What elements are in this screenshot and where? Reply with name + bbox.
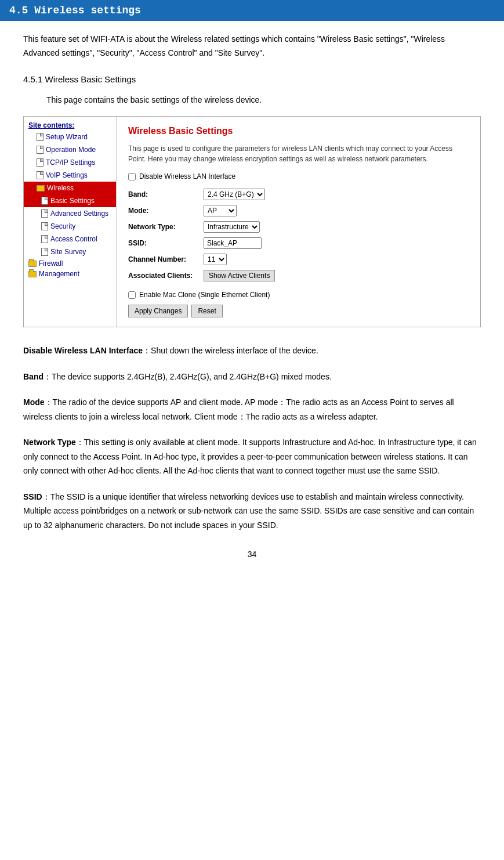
- sidebar-item-advanced-settings[interactable]: Advanced Settings: [24, 207, 116, 220]
- network-type-row: Network Type: Infrastructure Ad-hoc: [128, 219, 469, 235]
- panel-desc: This page is used to configure the param…: [128, 143, 469, 164]
- channel-row: Channel Number: 1234 5678 91011 1213: [128, 251, 469, 268]
- reset-button[interactable]: Reset: [191, 305, 222, 317]
- ssid-input[interactable]: [204, 237, 262, 249]
- section-band: Band：The device supports 2.4GHz(B), 2.4G…: [23, 370, 481, 384]
- main-content: This feature set of WIFI-ATA is about th…: [0, 21, 504, 582]
- folder-icon-firewall: [28, 261, 37, 267]
- disable-wireless-label: Disable Wireless LAN Interface: [139, 172, 235, 180]
- sidebar: Site contents: Setup Wizard Operation Mo…: [24, 117, 117, 327]
- apply-changes-button[interactable]: Apply Changes: [128, 305, 188, 317]
- sidebar-item-site-survey[interactable]: Site Survey: [24, 245, 116, 258]
- sidebar-item-access-control[interactable]: Access Control: [24, 233, 116, 245]
- subsection-title: 4.5.1 Wireless Basic Settings: [23, 74, 481, 84]
- button-row: Apply Changes Reset: [128, 305, 469, 317]
- section-disable-label: Disable Wireless LAN Interface: [23, 346, 143, 355]
- associated-value-cell: Show Active Clients: [204, 268, 469, 284]
- section-mode-label: Mode: [23, 398, 45, 407]
- show-clients-button[interactable]: Show Active Clients: [204, 270, 275, 281]
- intro-paragraph: This feature set of WIFI-ATA is about th…: [23, 32, 481, 60]
- mode-select[interactable]: AP Client: [204, 205, 237, 216]
- section-network-type-label: Network Type: [23, 438, 76, 447]
- section-network-type: Network Type：This setting is only availa…: [23, 435, 481, 478]
- page-icon-basic: [41, 197, 48, 205]
- section-band-label: Band: [23, 372, 43, 381]
- ssid-value-cell: [204, 235, 469, 251]
- page-icon: [37, 133, 43, 141]
- disable-checkbox-row: Disable Wireless LAN Interface: [128, 172, 469, 180]
- section-mode: Mode：The radio of the device supports AP…: [23, 395, 481, 424]
- section-ssid-label: SSID: [23, 492, 42, 501]
- associated-row: Associated Clients: Show Active Clients: [128, 268, 469, 284]
- sidebar-item-wireless[interactable]: Wireless: [24, 182, 116, 194]
- network-type-select[interactable]: Infrastructure Ad-hoc: [204, 221, 260, 233]
- mac-clone-row: Enable Mac Clone (Single Ethernet Client…: [128, 291, 469, 299]
- channel-label: Channel Number:: [128, 251, 204, 268]
- network-type-value-cell: Infrastructure Ad-hoc: [204, 219, 469, 235]
- page-icon-access: [41, 235, 48, 243]
- mode-value-cell: AP Client: [204, 203, 469, 219]
- mode-row: Mode: AP Client: [128, 203, 469, 219]
- folder-icon-wireless: [37, 185, 45, 191]
- mode-label: Mode:: [128, 203, 204, 219]
- sidebar-item-setup-wizard[interactable]: Setup Wizard: [24, 131, 116, 143]
- page-icon: [37, 158, 43, 167]
- form-table: Band: 2.4 GHz (B) 2.4 GHz (G) 2.4 GHz (B…: [128, 186, 469, 284]
- ssid-label: SSID:: [128, 235, 204, 251]
- network-type-label: Network Type:: [128, 219, 204, 235]
- section-disable: Disable Wireless LAN Interface：Shut down…: [23, 344, 481, 358]
- page-number: 34: [23, 550, 481, 559]
- mac-clone-checkbox[interactable]: [128, 291, 136, 299]
- channel-select[interactable]: 1234 5678 91011 1213: [204, 254, 227, 265]
- folder-icon-management: [28, 271, 37, 277]
- sidebar-item-basic-settings[interactable]: Basic Settings: [24, 194, 116, 207]
- sidebar-item-voip[interactable]: VoIP Settings: [24, 169, 116, 182]
- sidebar-header: Site contents:: [24, 119, 116, 131]
- screenshot-box: Site contents: Setup Wizard Operation Mo…: [23, 116, 481, 327]
- page-icon-advanced: [41, 209, 48, 218]
- disable-wireless-checkbox[interactable]: [128, 173, 136, 180]
- panel-title: Wireless Basic Settings: [128, 126, 469, 136]
- mac-clone-label: Enable Mac Clone (Single Ethernet Client…: [139, 291, 270, 299]
- header-title: 4.5 Wireless settings: [9, 5, 141, 16]
- channel-value-cell: 1234 5678 91011 1213: [204, 251, 469, 268]
- page-icon-site: [41, 248, 48, 256]
- associated-label: Associated Clients:: [128, 268, 204, 284]
- sidebar-item-operation-mode[interactable]: Operation Mode: [24, 143, 116, 156]
- band-row: Band: 2.4 GHz (B) 2.4 GHz (G) 2.4 GHz (B…: [128, 186, 469, 203]
- page-header: 4.5 Wireless settings: [0, 0, 504, 21]
- sidebar-item-firewall[interactable]: Firewall: [24, 258, 116, 269]
- page-icon: [37, 171, 43, 179]
- main-panel: Wireless Basic Settings This page is use…: [117, 117, 480, 327]
- page-icon-security: [41, 222, 48, 230]
- sidebar-item-security[interactable]: Security: [24, 220, 116, 233]
- band-select[interactable]: 2.4 GHz (B) 2.4 GHz (G) 2.4 GHz (B+G): [204, 189, 265, 200]
- page-icon: [37, 146, 43, 154]
- sidebar-item-tcpip[interactable]: TCP/IP Settings: [24, 156, 116, 169]
- ssid-row: SSID:: [128, 235, 469, 251]
- section-ssid: SSID：The SSID is a unique identifier tha…: [23, 490, 481, 533]
- band-label: Band:: [128, 186, 204, 203]
- sidebar-item-management[interactable]: Management: [24, 269, 116, 279]
- subsection-desc: This page contains the basic settings of…: [23, 93, 481, 107]
- band-value-cell: 2.4 GHz (B) 2.4 GHz (G) 2.4 GHz (B+G): [204, 186, 469, 203]
